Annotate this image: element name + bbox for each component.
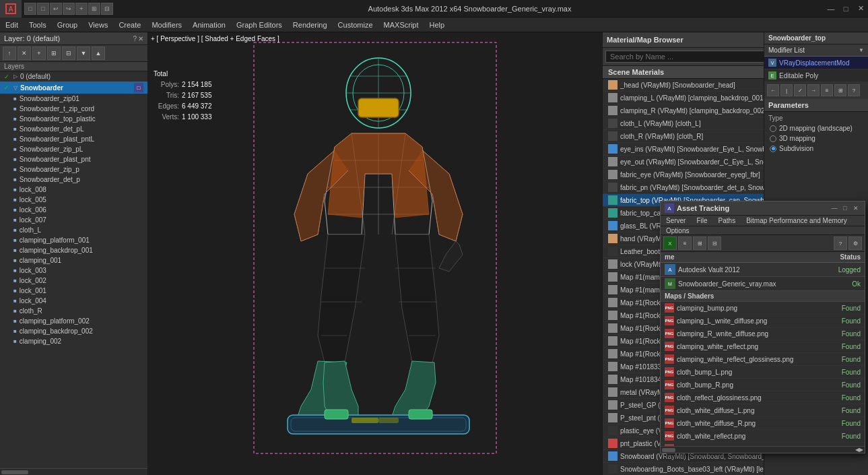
toolbar-icon-7[interactable]: ⊟ (101, 3, 113, 15)
menu-group[interactable]: Group (52, 20, 84, 30)
prop-icon-btn6[interactable]: ⊞ (834, 84, 846, 96)
layer-item-clamping-002[interactable]: ■ clamping_002 (0, 336, 147, 346)
prop-icon-btn2[interactable]: | (780, 84, 793, 96)
at-minimize[interactable]: — (830, 203, 839, 213)
close-button[interactable]: ✕ (853, 0, 868, 18)
at-menu-file[interactable]: File (691, 216, 712, 226)
at-header[interactable]: A Asset Tracking — □ ✕ (661, 201, 865, 216)
layer-item-det-pl[interactable]: ■ Snowboarder_det_pL (0, 124, 147, 134)
layer-item-snowboarder[interactable]: ✓ ▽ Snowboarder □ (0, 82, 147, 94)
prop-icon-btn4[interactable]: → (807, 84, 820, 96)
layer-help-icon[interactable]: ? (133, 35, 137, 42)
layers-list[interactable]: ✓ ▷ 0 (default) ✓ ▽ Snowboarder □ ■ Snow… (0, 71, 147, 468)
layer-item-t-zip-cord[interactable]: ■ Snowboarder_t_zip_cord (0, 104, 147, 114)
layer-item-default[interactable]: ✓ ▷ 0 (default) (0, 71, 147, 82)
at-map-cloth-reflect-gloss[interactable]: PNG cloth_reflect_glossiness.png Found (661, 391, 865, 404)
at-maximize[interactable]: □ (840, 203, 850, 213)
at-menu-paths[interactable]: Paths (713, 216, 741, 226)
at-map-clamping-white-reflect-gloss[interactable]: PNG clamping_white_reflect_glossiness.pn… (661, 353, 865, 366)
at-map-cloth-white-diffuse-r[interactable]: PNG cloth_white_diffuse_R.png Found (661, 417, 865, 430)
layer-item-clamping-platform-002[interactable]: ■ clamping_platform_002 (0, 316, 147, 326)
menu-tools[interactable]: Tools (24, 20, 52, 30)
layer-close-icon[interactable]: ✕ (138, 35, 143, 42)
layer-item-clamping-backdrop-001[interactable]: ■ clamping_backdrop_001 (0, 245, 147, 255)
at-map-clamping-bump[interactable]: PNG clamping_bump.png Found (661, 302, 865, 315)
menu-animation[interactable]: Animation (187, 20, 231, 30)
maximize-button[interactable]: □ (838, 0, 853, 18)
toolbar-icon-6[interactable]: ⊞ (88, 3, 100, 15)
at-list[interactable]: A Autodesk Vault 2012 Logged M Snowboard… (661, 263, 865, 446)
menu-modifiers[interactable]: Modifiers (146, 20, 187, 30)
menu-edit[interactable]: Edit (0, 20, 24, 30)
at-tb-grid[interactable]: ⊞ (693, 236, 706, 250)
at-map-cloth-bump-l[interactable]: PNG cloth_bump_L.png Found (661, 366, 865, 379)
at-vault-row[interactable]: A Autodesk Vault 2012 Logged (661, 263, 865, 277)
toolbar-icon-2[interactable]: □ (37, 3, 49, 15)
layer-item-clamping-001[interactable]: ■ clamping_001 (0, 255, 147, 265)
at-map-clamping-l-diffuse[interactable]: PNG clamping_L_wnite_diffuse.png Found (661, 315, 865, 327)
prop-icon-btn7[interactable]: ? (848, 84, 860, 96)
layer-item-lock008[interactable]: ■ lock_008 (0, 185, 147, 195)
modifier-item-editable-poly[interactable]: E Editable Poly (764, 69, 868, 82)
layer-tool-btn5[interactable]: ⊟ (62, 46, 75, 60)
at-map-cloth-white-diffuse-l[interactable]: PNG cloth_white_diffuse_L.png Found (661, 404, 865, 417)
layer-item-lock007[interactable]: ■ lock_007 (0, 215, 147, 225)
layer-item-zip-pl[interactable]: ■ Snowboarder_zip_pL (0, 144, 147, 154)
layer-item-lock006[interactable]: ■ lock_006 (0, 205, 147, 215)
at-tb-settings[interactable]: ⚙ (848, 236, 862, 250)
layer-tool-btn6[interactable]: ▼ (77, 46, 90, 60)
at-scroll-right[interactable]: ▶ (859, 447, 863, 453)
layer-tool-delete[interactable]: ✕ (18, 46, 31, 60)
menu-graph-editors[interactable]: Graph Editors (231, 20, 288, 30)
menu-rendering[interactable]: Rendering (288, 20, 333, 30)
layer-scrollbar-h[interactable] (0, 468, 147, 475)
menu-maxscript[interactable]: MAXScript (378, 20, 424, 30)
layer-item-cloth-l[interactable]: ■ cloth_L (0, 225, 147, 235)
layer-tool-btn4[interactable]: ⊞ (47, 46, 61, 60)
modifier-list-dropdown-icon[interactable]: ▼ (859, 47, 864, 53)
at-tb-list[interactable]: ≡ (678, 236, 692, 250)
toolbar-icon-5[interactable]: + (75, 3, 88, 15)
layer-item-cloth-r[interactable]: ■ cloth_R (0, 306, 147, 316)
layer-item-top-plastic[interactable]: ■ Snowboarder_top_plastic (0, 114, 147, 124)
menu-create[interactable]: Create (113, 20, 146, 30)
layer-item-zip-p[interactable]: ■ Snowboarder_zip_p (0, 164, 147, 175)
layer-item-zip01[interactable]: ■ Snowboarder_zip01 (0, 94, 147, 104)
at-close[interactable]: ✕ (851, 203, 861, 213)
layer-item-clamping-platform-001[interactable]: ■ clamping_platform_001 (0, 235, 147, 245)
modifier-item-vray[interactable]: V VRayDisplacementMod (764, 57, 868, 69)
layer-item-plast-pnt[interactable]: ■ Snowboarder_plast_pnt (0, 154, 147, 164)
layer-item-lock003[interactable]: ■ lock_003 (0, 265, 147, 276)
radio-3d-mapping[interactable]: 3D mapping (764, 133, 868, 144)
toolbar-icon-3[interactable]: ↩ (50, 3, 62, 15)
layer-item-lock002[interactable]: ■ lock_002 (0, 276, 147, 286)
menu-views[interactable]: Views (83, 20, 113, 30)
layer-tool-btn7[interactable]: ▲ (92, 46, 105, 60)
menu-help[interactable]: Help (424, 20, 450, 30)
toolbar-icon-4[interactable]: ↪ (63, 3, 75, 15)
prop-icon-btn5[interactable]: ≡ (821, 84, 833, 96)
radio-subdivision[interactable]: Subdivision (764, 144, 868, 154)
menu-customize[interactable]: Customize (333, 20, 378, 30)
at-map-clamping-r-diffuse[interactable]: PNG clamping_R_wnite_diffuse.png Found (661, 327, 865, 340)
prop-icon-btn3[interactable]: ✓ (794, 84, 806, 96)
minimize-button[interactable]: — (824, 0, 838, 18)
at-menu-bitmap[interactable]: Bitmap Performance and Memory (741, 216, 853, 226)
layer-item-lock005[interactable]: ■ lock_005 (0, 195, 147, 205)
layer-item-det-p[interactable]: ■ Snowboarder_det_p (0, 175, 147, 185)
at-menu-options-item[interactable]: Options (666, 226, 689, 236)
at-map-clamping-white-reflect[interactable]: PNG clamping_white_reflect.png Found (661, 340, 865, 353)
at-scrollbar-h[interactable]: ◀ ▶ (661, 446, 865, 453)
radio-2d-mapping[interactable]: 2D mapping (landscape) (764, 123, 868, 133)
at-tb-help[interactable]: ? (834, 236, 847, 250)
layer-item-clamping-backdrop-002[interactable]: ■ clamping_backdrop_002 (0, 326, 147, 336)
toolbar-icon-1[interactable]: □ (24, 3, 36, 15)
at-tb-table[interactable]: ⊟ (708, 236, 721, 250)
layer-item-lock001[interactable]: ■ lock_001 (0, 286, 147, 296)
at-maxfile-row[interactable]: M Snowboarder_Generic_vray.max Ok (661, 277, 865, 291)
layer-tool-new[interactable]: + (32, 46, 46, 60)
at-map-cloth-bump-r[interactable]: PNG cloth_bump_R.png Found (661, 379, 865, 391)
prop-icon-btn1[interactable]: ← (767, 84, 779, 96)
layer-tool-move[interactable]: ↑ (3, 46, 16, 60)
layer-item-plast-pntl[interactable]: ■ Snowboarder_plast_pntL (0, 134, 147, 144)
